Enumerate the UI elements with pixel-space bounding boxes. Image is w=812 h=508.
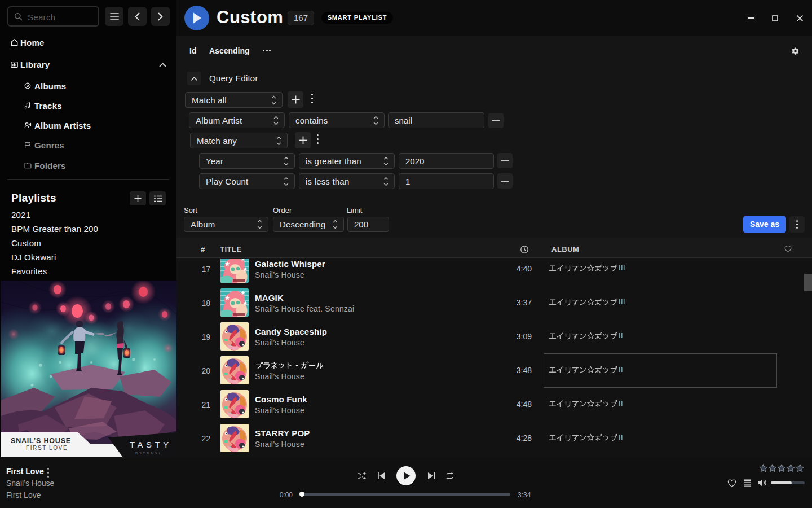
- svg-text:III: III: [619, 264, 625, 272]
- svg-text:II: II: [619, 400, 623, 408]
- svg-text:III: III: [619, 298, 625, 306]
- svg-text:BSTMNXI: BSTMNXI: [135, 452, 161, 455]
- svg-text:II: II: [619, 433, 623, 441]
- svg-text:FIRST LOVE: FIRST LOVE: [26, 445, 68, 451]
- svg-text:II: II: [619, 332, 623, 340]
- svg-text:TASTY: TASTY: [130, 440, 172, 449]
- svg-text:SNAIL’S HOUSE: SNAIL’S HOUSE: [11, 437, 71, 445]
